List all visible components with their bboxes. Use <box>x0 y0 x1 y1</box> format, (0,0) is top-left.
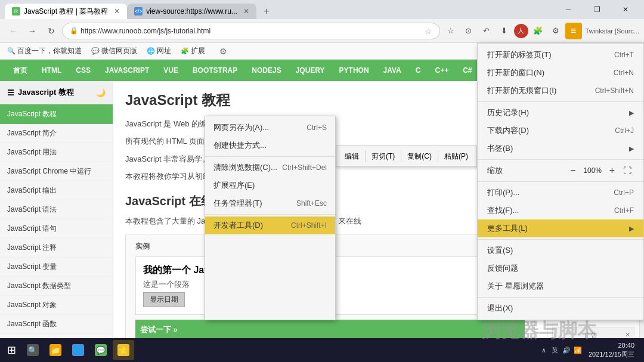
bookmark-wechat[interactable]: 💬 微信网页版 <box>89 45 140 57</box>
site-nav-js[interactable]: JAVASCRIPT <box>98 60 156 81</box>
inline-paste-btn[interactable]: 粘贴(P) <box>438 149 474 164</box>
refresh-button[interactable]: ↻ <box>43 23 60 39</box>
history-icon[interactable]: ⊙ <box>460 23 477 39</box>
tab-2-label: view-source:https://www.ru... <box>146 7 237 16</box>
taskbar-search-icon: 🔍 <box>27 344 39 356</box>
submenu-divider-2 <box>205 214 335 215</box>
menu-new-tab[interactable]: 打开新的标签页(T) Ctrl+T <box>478 46 643 64</box>
menu-quit[interactable]: 退出(X) <box>478 299 643 317</box>
menu-more-tools-arrow: ▶ <box>629 225 634 233</box>
menu-quit-label: 退出(X) <box>487 303 513 314</box>
bookmark-icon[interactable]: ☆ <box>442 23 459 39</box>
tab-bar: R JavaScript 教程 | 菜鸟教程 ✕ </> view-source… <box>5 0 552 19</box>
clock-date: 2021/12/15周三 <box>589 350 634 359</box>
wechat-taskbar-icon: 💬 <box>95 344 107 356</box>
menu-downloads[interactable]: 下载内容(D) Ctrl+J <box>478 122 643 140</box>
zoom-plus-button[interactable]: + <box>607 165 617 176</box>
tab-2-close[interactable]: ✕ <box>243 7 249 16</box>
menu-settings[interactable]: 设置(S) <box>478 242 643 259</box>
taskbar-file-explorer[interactable]: 📁 <box>45 340 66 360</box>
back-history-icon[interactable]: ↶ <box>478 23 495 39</box>
submenu-shortcut[interactable]: 创建快捷方式... <box>205 137 335 154</box>
sidebar-item-object[interactable]: JavaScript 对象 <box>0 296 113 315</box>
menu-new-window[interactable]: 打开新的窗口(N) Ctrl+N <box>478 64 643 82</box>
address-bar[interactable]: 🔒 https://www.runoob.com/js/js-tutorial.… <box>62 23 440 39</box>
sidebar-active-item[interactable]: JavaScript 教程 <box>0 104 113 124</box>
menu-find[interactable]: 查找(F)... Ctrl+F <box>478 202 643 219</box>
menu-more-tools-label: 更多工具(L) <box>487 223 528 234</box>
tab-1-close[interactable]: ✕ <box>114 7 120 16</box>
back-button[interactable]: ← <box>5 23 21 39</box>
forward-button[interactable]: → <box>24 23 41 39</box>
submenu-shortcut-label: 创建快捷方式... <box>213 140 267 151</box>
menu-divider-5 <box>478 297 643 298</box>
download-icon[interactable]: ⬇ <box>496 23 513 39</box>
extension-icon[interactable]: 🧩 <box>530 23 546 39</box>
submenu-save[interactable]: 网页另存为(A)... Ctrl+S <box>205 119 335 137</box>
sidebar-moon-icon[interactable]: 🌙 <box>96 88 106 97</box>
submenu-save-shortcut: Ctrl+S <box>306 123 327 132</box>
tab-2[interactable]: </> view-source:https://www.ru... ✕ <box>127 4 256 19</box>
try-button[interactable]: 尝试一下 » <box>140 325 178 334</box>
menu-incognito[interactable]: 打开新的无痕窗口(I) Ctrl+Shift+N <box>478 82 643 100</box>
zoom-minus-button[interactable]: − <box>568 165 578 176</box>
sidebar-item-syntax[interactable]: JavaScript 语法 <box>0 200 113 219</box>
tray-volume-icon[interactable]: 🔊 <box>562 345 571 355</box>
tab-1[interactable]: R JavaScript 教程 | 菜鸟教程 ✕ <box>5 4 127 19</box>
profile-icon[interactable]: 人 <box>514 24 528 38</box>
minimize-button[interactable]: ─ <box>555 0 582 19</box>
star-icon[interactable]: ☆ <box>425 26 432 36</box>
maximize-button[interactable]: ❐ <box>583 0 611 19</box>
inline-cut-btn[interactable]: 剪切(T) <box>366 149 401 164</box>
menu-history[interactable]: 历史记录(H) ▶ <box>478 104 643 122</box>
show-date-button[interactable]: 显示日期 <box>143 292 185 307</box>
bookmark-url[interactable]: 🌐 网址 <box>144 45 174 57</box>
taskbar-search[interactable]: 🔍 <box>22 340 44 360</box>
new-tab-button[interactable]: + <box>259 4 274 19</box>
menu-about[interactable]: 关于 星愿浏览器 <box>478 277 643 295</box>
submenu-taskmanager-shortcut: Shift+Esc <box>296 199 327 208</box>
tray-network-icon[interactable]: 📶 <box>573 345 583 355</box>
submenu-devtools[interactable]: 开发者工具(D) Ctrl+Shift+I <box>205 216 335 234</box>
bookmark-extension[interactable]: 🧩 扩展 <box>178 45 208 57</box>
menu-feedback[interactable]: 反馈问题 <box>478 259 643 277</box>
site-nav-css[interactable]: CSS <box>69 60 98 81</box>
sidebar-item-chrome[interactable]: JavaScript Chrome 中运行 <box>0 162 113 181</box>
sync-icon[interactable]: ⚙ <box>547 23 564 39</box>
close-button[interactable]: ✕ <box>612 0 639 19</box>
taskbar-wechat[interactable]: 💬 <box>90 340 112 360</box>
taskbar-browser[interactable]: 🌐 <box>67 340 89 360</box>
tray-expand-icon[interactable]: ∧ <box>539 345 549 355</box>
sidebar-item-statement[interactable]: JavaScript 语句 <box>0 219 113 239</box>
submenu-clear[interactable]: 清除浏览数据(C)... Ctrl+Shift+Del <box>205 159 335 177</box>
start-button[interactable]: ⊞ <box>2 340 21 360</box>
site-nav-home[interactable]: 首页 <box>6 60 35 81</box>
menu-new-window-shortcut: Ctrl+N <box>614 69 634 77</box>
tray-lang-icon[interactable]: 英 <box>550 345 560 355</box>
submenu-extensions[interactable]: 扩展程序(E) <box>205 177 335 194</box>
inline-edit-btn[interactable]: 编辑 <box>339 149 365 164</box>
bookmark-baidu[interactable]: 🔍 百度一下，你就知道 <box>5 45 84 57</box>
sidebar-item-datatype[interactable]: JavaScript 数据类型 <box>0 277 113 296</box>
inline-copy-btn[interactable]: 复制(C) <box>401 149 438 164</box>
taskbar-star[interactable]: ⭐ <box>113 340 134 360</box>
sidebar-item-comment[interactable]: JavaScript 注释 <box>0 239 113 258</box>
sidebar-item-function[interactable]: JavaScript 函数 <box>0 315 113 334</box>
sidebar-item-intro[interactable]: JavaScript 简介 <box>0 124 113 143</box>
menu-button[interactable]: ≡ <box>565 23 582 39</box>
sidebar-item-scope[interactable]: JavaScript 作用域 <box>0 334 113 338</box>
advert-close-button[interactable]: ✕ <box>625 331 630 338</box>
menu-find-label: 查找(F)... <box>487 205 519 216</box>
clock[interactable]: 20:40 2021/12/15周三 <box>585 341 638 360</box>
submenu-taskmanager[interactable]: 任务管理器(T) Shift+Esc <box>205 194 335 212</box>
menu-print[interactable]: 打印(P)... Ctrl+P <box>478 184 643 202</box>
menu-more-tools[interactable]: 更多工具(L) ▶ <box>478 219 643 237</box>
site-nav-vue[interactable]: VUE <box>156 60 185 81</box>
sidebar-item-output[interactable]: JavaScript 输出 <box>0 181 113 200</box>
sidebar-item-var[interactable]: JavaScript 变量 <box>0 258 113 277</box>
sidebar-item-usage[interactable]: JavaScript 用法 <box>0 143 113 162</box>
site-nav-html[interactable]: HTML <box>35 60 69 81</box>
fullscreen-button[interactable]: ⛶ <box>621 166 634 175</box>
menu-bookmarks[interactable]: 书签(B) ▶ <box>478 140 643 157</box>
wechat-icon: 💬 <box>91 47 100 55</box>
